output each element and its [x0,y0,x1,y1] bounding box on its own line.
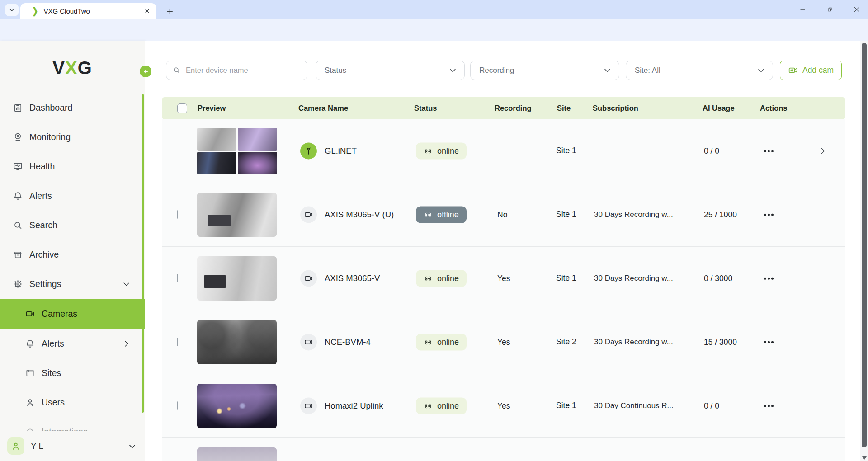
camera-icon [25,309,35,319]
search-icon [13,220,23,230]
row-checkbox[interactable] [177,401,178,410]
sidebar-item-alerts[interactable]: Alerts [0,181,145,211]
status-badge: offline [416,207,467,223]
site-filter-dropdown[interactable]: Site: All [626,61,773,80]
dashboard-icon [13,103,23,113]
new-tab-button[interactable] [163,5,176,18]
restore-icon [826,6,833,13]
row-actions-menu[interactable] [764,341,774,343]
camera-plus-icon [788,65,798,75]
sidebar-item-cameras[interactable]: Cameras [0,299,145,329]
page-scrollbar[interactable] [860,41,868,461]
sidebar-item-alerts[interactable]: Alerts [0,329,145,358]
subscription-value: 30 Day Continuous R... [594,401,674,410]
search-input[interactable]: Enter device name [166,61,307,80]
browser-tab[interactable]: ❯ VXG CloudTwo [20,3,156,19]
header-camera-name: Camera Name [298,97,348,119]
recording-value: Yes [497,338,510,347]
header-ai-usage: AI Usage [703,97,735,119]
header-subscription: Subscription [593,97,638,119]
sidebar-item-label: Dashboard [29,103,72,113]
table-row [162,438,845,461]
sidebar-item-sites[interactable]: Sites [0,358,145,388]
row-actions-menu[interactable] [764,278,774,280]
sidebar-item-label: Archive [29,249,59,260]
sidebar-item-dashboard[interactable]: Dashboard [0,93,145,122]
tab-close-icon[interactable] [142,6,152,16]
add-cam-button[interactable]: Add cam [780,61,842,80]
site-value: Site 1 [556,273,582,284]
sidebar-item-label: Alerts [29,191,52,201]
sidebar-item-archive[interactable]: Archive [0,240,145,269]
camera-thumbnail[interactable] [197,447,277,461]
recording-value: Yes [497,401,510,411]
camera-thumbnail[interactable] [197,128,277,174]
sidebar-item-users[interactable]: Users [0,388,145,417]
header-actions: Actions [760,97,788,119]
sidebar-item-label: Monitoring [29,132,71,142]
sidebar-item-label: Users [42,397,65,408]
camera-thumbnail[interactable] [197,384,277,428]
camera-thumbnail[interactable] [197,320,277,364]
table-row: NCE-BVM-4onlineYesSite 230 Days Recordin… [162,310,845,374]
row-actions-menu[interactable] [764,214,774,216]
chevron-down-icon [757,66,765,75]
camera-name: AXIS M3065-V (U) [325,210,394,220]
sidebar-item-label: Cameras [42,309,77,319]
table-row: AXIS M3065-VonlineYesSite 130 Days Recor… [162,247,845,310]
bell-icon [25,339,35,349]
scrollbar-thumb[interactable] [862,43,867,447]
sidebar-scrollbar[interactable] [142,94,144,413]
sidebar-item-label: Sites [42,368,61,378]
subscription-value: 30 Days Recording w... [594,338,673,347]
sites-icon [25,368,35,378]
header-status: Status [414,97,437,119]
select-all-checkbox[interactable] [177,103,187,113]
row-checkbox[interactable] [177,210,178,219]
row-checkbox[interactable] [177,338,178,346]
cameras-page: Enter device name Status Recording Site:… [145,41,868,461]
scrollbar-down-arrow[interactable] [862,456,867,460]
chevdown-icon [122,280,131,288]
monitoring-icon [13,132,23,142]
chevright-icon [122,339,131,348]
chevron-down-icon [603,66,612,75]
video-camera-icon [300,207,317,223]
user-icon [25,397,35,408]
bell-icon [13,191,23,201]
window-close-button[interactable] [846,0,867,19]
camera-icon [304,401,313,411]
user-menu[interactable]: Y L [0,431,145,461]
browser-toolbar: cloudtwo-prod.vxgdemo.cloud-vms.com/cust… [0,19,868,41]
window-minimize-button[interactable] [792,0,813,19]
camera-name: NCE-BVM-4 [325,337,371,347]
camera-thumbnail[interactable] [197,193,277,237]
sidebar-item-health[interactable]: Health [0,152,145,181]
recording-filter-dropdown[interactable]: Recording [470,61,619,80]
site-value: Site 1 [556,400,582,411]
status-filter-dropdown[interactable]: Status [316,61,465,80]
sidebar-item-settings[interactable]: Settings [0,269,145,299]
sidebar-item-label: Search [29,220,57,230]
camera-thumbnail[interactable] [197,256,277,301]
search-placeholder: Enter device name [186,66,248,75]
tab-search-button[interactable] [5,4,19,16]
window-restore-button[interactable] [819,0,840,19]
sidebar-collapse-button[interactable] [140,66,151,77]
recording-value: Yes [497,274,510,283]
chevron-down-icon [128,442,137,451]
user-name: Y L [31,441,43,451]
ai-usage-value: 25 / 1000 [704,210,737,220]
row-actions-menu[interactable] [764,405,774,407]
video-camera-icon [300,270,317,287]
expand-row-icon[interactable] [818,146,827,155]
status-badge: online [416,398,467,414]
search-icon [172,66,181,75]
row-checkbox[interactable] [177,274,178,282]
archive-icon [13,249,23,260]
sidebar-item-label: Settings [29,279,61,289]
sidebar-item-search[interactable]: Search [0,211,145,240]
header-preview: Preview [198,97,226,119]
sidebar-item-monitoring[interactable]: Monitoring [0,122,145,152]
row-actions-menu[interactable] [764,150,774,152]
